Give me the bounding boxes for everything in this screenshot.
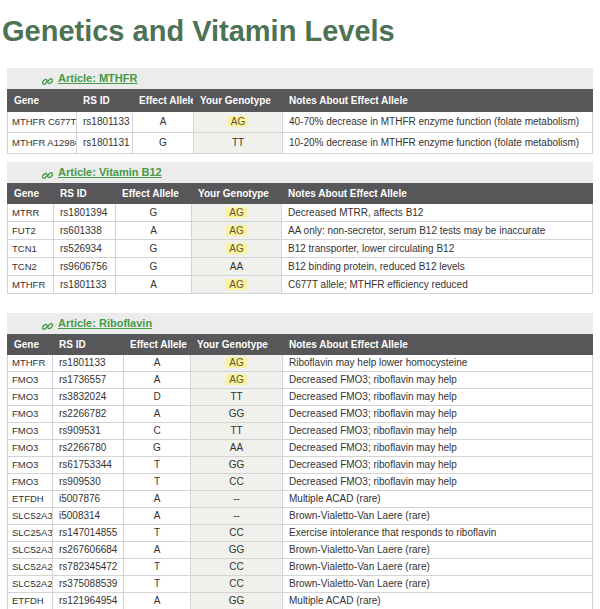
effect-allele-cell: G bbox=[116, 240, 192, 258]
column-header: RS ID bbox=[54, 184, 116, 204]
notes-cell: Brown-Vialetto-Van Laere (rare) bbox=[283, 508, 593, 525]
column-header: RS ID bbox=[77, 90, 133, 112]
column-header: Gene bbox=[8, 90, 77, 112]
notes-cell: Decreased FMO3; riboflavin may help bbox=[283, 389, 593, 406]
rsid-cell: i5008314 bbox=[53, 508, 124, 525]
rsid-cell: rs375088539 bbox=[53, 576, 124, 593]
effect-allele-cell: G bbox=[124, 440, 191, 457]
genotype-value: -- bbox=[233, 493, 240, 504]
table-row: SLC52A3rs267606684AGGBrown-Vialetto-Van … bbox=[8, 542, 593, 559]
table-row: FMO3rs61753344TGGDecreased FMO3; ribofla… bbox=[8, 457, 593, 474]
table-row: FMO3rs2266780GAADecreased FMO3; riboflav… bbox=[8, 440, 593, 457]
genotype-value: TT bbox=[230, 425, 242, 436]
genotype-cell: TT bbox=[191, 423, 283, 440]
gene-cell: TCN2 bbox=[8, 258, 54, 276]
genotype-cell: GG bbox=[191, 542, 283, 559]
genotype-cell: -- bbox=[191, 491, 283, 508]
rsid-cell: rs2266782 bbox=[53, 406, 124, 423]
gene-cell: MTHFR bbox=[8, 276, 54, 294]
rsid-cell: i5007876 bbox=[53, 491, 124, 508]
rsid-cell: rs9606756 bbox=[54, 258, 116, 276]
genotype-cell: -- bbox=[191, 508, 283, 525]
gene-cell: ETFDH bbox=[8, 491, 53, 508]
notes-cell: Brown-Vialetto-Van Laere (rare) bbox=[283, 542, 593, 559]
notes-cell: Decreased FMO3; riboflavin may help bbox=[283, 423, 593, 440]
notes-cell: Brown-Vialetto-Van Laere (rare) bbox=[283, 576, 593, 593]
effect-allele-cell: T bbox=[124, 474, 191, 491]
genotype-value: GG bbox=[229, 544, 245, 555]
table-row: SLC25A32rs147014855TCCExercise intoleran… bbox=[8, 525, 593, 542]
rsid-cell: rs3832024 bbox=[53, 389, 124, 406]
effect-allele-cell: C bbox=[124, 423, 191, 440]
genotype-table: GeneRS IDEffect AlleleYour GenotypeNotes… bbox=[7, 183, 593, 294]
notes-cell: Brown-Vialetto-Van Laere (rare) bbox=[283, 559, 593, 576]
table-header-row: GeneRS IDEffect AlleleYour GenotypeNotes… bbox=[8, 335, 593, 355]
genotype-highlight: AG bbox=[226, 243, 246, 254]
genotype-value: CC bbox=[229, 561, 243, 572]
genotype-cell: TT bbox=[194, 133, 283, 154]
article-link[interactable]: Article: Vitamin B12 bbox=[58, 166, 162, 179]
effect-allele-cell: A bbox=[124, 372, 191, 389]
article-link[interactable]: Article: MTHFR bbox=[58, 72, 137, 85]
effect-allele-cell: T bbox=[124, 559, 191, 576]
gene-cell: FMO3 bbox=[8, 457, 53, 474]
table-row: FUT2rs601338AAGAA only: non-secretor, se… bbox=[8, 222, 593, 240]
notes-cell: AA only: non-secretor, serum B12 tests m… bbox=[282, 222, 593, 240]
effect-allele-cell: A bbox=[124, 508, 191, 525]
genotype-cell: AG bbox=[191, 372, 283, 389]
page-title: Genetics and Vitamin Levels bbox=[2, 14, 593, 48]
genotype-cell: AA bbox=[192, 258, 282, 276]
column-header: Effect Allele bbox=[124, 335, 191, 355]
article-link[interactable]: Article: Riboflavin bbox=[58, 317, 152, 330]
rsid-cell: rs121964954 bbox=[53, 593, 124, 609]
report-section: Article: MTHFR GeneRS IDEffect AlleleYou… bbox=[7, 68, 593, 154]
table-header-row: GeneRS IDEffect AlleleYour GenotypeNotes… bbox=[8, 90, 593, 112]
column-header: Notes About Effect Allele bbox=[282, 184, 593, 204]
notes-cell: 10-20% decrease in MTHFR enzyme function… bbox=[283, 133, 593, 154]
genotype-cell: AG bbox=[192, 204, 282, 222]
table-row: FMO3rs909531CTTDecreased FMO3; riboflavi… bbox=[8, 423, 593, 440]
gene-cell: MTHFR A1298C bbox=[8, 133, 77, 154]
report-section: Article: Riboflavin GeneRS IDEffect Alle… bbox=[7, 313, 593, 609]
table-row: MTHFRrs1801133AAGRiboflavin may help low… bbox=[8, 355, 593, 372]
genotype-cell: AG bbox=[192, 276, 282, 294]
table-row: SLC52A3i5008314A--Brown-Vialetto-Van Lae… bbox=[8, 508, 593, 525]
effect-allele-cell: A bbox=[124, 406, 191, 423]
column-header: Your Genotype bbox=[191, 335, 283, 355]
gene-cell: MTHFR bbox=[8, 355, 53, 372]
genotype-highlight: AG bbox=[226, 357, 246, 368]
gene-cell: FMO3 bbox=[8, 372, 53, 389]
gene-cell: SLC25A32 bbox=[8, 525, 53, 542]
genotype-highlight: AG bbox=[228, 116, 248, 127]
genotype-value: CC bbox=[229, 527, 243, 538]
table-header-row: GeneRS IDEffect AlleleYour GenotypeNotes… bbox=[8, 184, 593, 204]
notes-cell: Decreased FMO3; riboflavin may help bbox=[283, 474, 593, 491]
genotype-cell: CC bbox=[191, 559, 283, 576]
genotype-highlight: AG bbox=[226, 279, 246, 290]
notes-cell: 40-70% decrease in MTHFR enzyme function… bbox=[283, 112, 593, 133]
gene-cell: FMO3 bbox=[8, 406, 53, 423]
effect-allele-cell: A bbox=[124, 593, 191, 609]
genotype-value: TT bbox=[230, 391, 242, 402]
rsid-cell: rs2266780 bbox=[53, 440, 124, 457]
table-row: FMO3rs3832024DTTDecreased FMO3; riboflav… bbox=[8, 389, 593, 406]
table-row: MTHFR A1298Crs1801131GTT10-20% decrease … bbox=[8, 133, 593, 154]
genotype-highlight: AG bbox=[226, 225, 246, 236]
effect-allele-cell: D bbox=[124, 389, 191, 406]
genotype-cell: CC bbox=[191, 576, 283, 593]
notes-cell: Decreased FMO3; riboflavin may help bbox=[283, 372, 593, 389]
gene-cell: FMO3 bbox=[8, 389, 53, 406]
effect-allele-cell: G bbox=[116, 204, 192, 222]
gene-cell: MTRR bbox=[8, 204, 54, 222]
genotype-cell: GG bbox=[191, 457, 283, 474]
genotype-value: TT bbox=[232, 137, 244, 148]
rsid-cell: rs782345472 bbox=[53, 559, 124, 576]
gene-cell: FMO3 bbox=[8, 474, 53, 491]
notes-cell: Decreased FMO3; riboflavin may help bbox=[283, 457, 593, 474]
notes-cell: Multiple ACAD (rare) bbox=[283, 491, 593, 508]
table-row: FMO3rs909530TCCDecreased FMO3; riboflavi… bbox=[8, 474, 593, 491]
notes-cell: Multiple ACAD (rare) bbox=[283, 593, 593, 609]
genotype-highlight: AG bbox=[226, 374, 246, 385]
rsid-cell: rs1801133 bbox=[53, 355, 124, 372]
genotype-cell: AG bbox=[194, 112, 283, 133]
